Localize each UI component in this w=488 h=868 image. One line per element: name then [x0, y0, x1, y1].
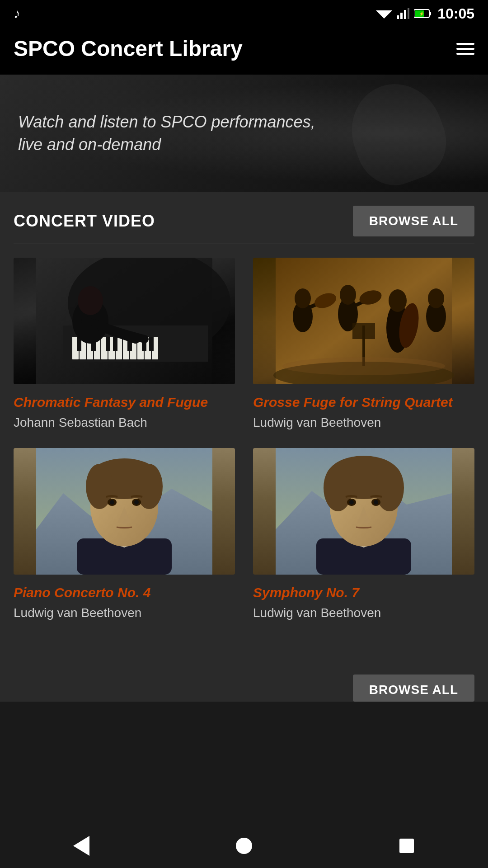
music-note-icon: ♪	[14, 6, 20, 21]
svg-point-50	[282, 357, 445, 375]
wifi-icon	[376, 8, 392, 19]
status-bar: ♪ ⚡ 10:05	[0, 0, 488, 27]
svg-rect-26	[106, 337, 110, 351]
svg-rect-49	[352, 323, 375, 339]
svg-text:⚡: ⚡	[419, 11, 425, 17]
recent-apps-icon	[399, 839, 414, 853]
section-header: CONCERT VIDEO BROWSE ALL	[14, 206, 474, 244]
video-card-piano-concerto[interactable]: Piano Concerto No. 4 Ludwig van Beethove…	[14, 448, 235, 620]
svg-point-76	[374, 500, 378, 505]
home-icon	[236, 838, 252, 854]
beethoven-thumbnail-2	[253, 448, 474, 575]
svg-point-62	[110, 500, 114, 505]
section-title: CONCERT VIDEO	[14, 212, 155, 231]
hamburger-line-1	[456, 43, 474, 45]
piano-thumbnail-bg	[14, 258, 235, 384]
battery-icon: ⚡	[414, 9, 432, 19]
svg-point-47	[428, 288, 444, 308]
thumbnail-symphony-7	[253, 448, 474, 575]
status-left: ♪	[14, 6, 20, 21]
app-title: SPCO Concert Library	[14, 36, 243, 61]
svg-point-32	[78, 286, 103, 315]
quartet-svg	[253, 258, 474, 384]
svg-rect-3	[404, 10, 406, 19]
svg-rect-6	[429, 12, 431, 15]
svg-rect-4	[408, 8, 409, 19]
video-composer-chromatic: Johann Sebastian Bach	[14, 415, 235, 430]
thumbnail-piano-concerto	[14, 448, 235, 575]
app-header: SPCO Concert Library	[0, 27, 488, 75]
video-grid: Chromatic Fantasy and Fugue Johann Sebas…	[14, 258, 474, 620]
hamburger-line-3	[456, 53, 474, 55]
video-title-chromatic: Chromatic Fantasy and Fugue	[14, 393, 235, 411]
beethoven-thumbnail-1	[14, 448, 235, 575]
status-time: 10:05	[437, 5, 474, 22]
svg-rect-27	[113, 337, 117, 351]
video-title-grosse: Grosse Fuge for String Quartet	[253, 393, 474, 411]
back-button[interactable]	[63, 828, 99, 864]
svg-point-40	[340, 285, 356, 305]
status-right: ⚡ 10:05	[376, 5, 474, 22]
video-title-symphony-7: Symphony No. 7	[253, 584, 474, 601]
thumbnail-chromatic-fantasy	[14, 258, 235, 384]
hero-tagline: Watch and listen to SPCO performances, l…	[18, 111, 334, 156]
beethoven-portrait-svg-1	[14, 448, 235, 575]
svg-rect-30	[149, 337, 154, 351]
svg-point-63	[134, 500, 139, 505]
concert-video-section: CONCERT VIDEO BROWSE ALL	[0, 192, 488, 647]
thumbnail-grosse-fuge	[253, 258, 474, 384]
beethoven-portrait-svg-2	[253, 448, 474, 575]
video-title-piano-concerto: Piano Concerto No. 4	[14, 584, 235, 601]
signal-icon	[397, 8, 409, 19]
svg-rect-1	[397, 15, 399, 19]
svg-marker-0	[376, 10, 392, 19]
svg-point-44	[389, 289, 407, 312]
video-card-symphony-7[interactable]: Symphony No. 7 Ludwig van Beethoven	[253, 448, 474, 620]
home-button[interactable]	[226, 828, 262, 864]
svg-point-36	[295, 288, 311, 308]
hero-banner: Watch and listen to SPCO performances, l…	[0, 75, 488, 192]
menu-button[interactable]	[456, 43, 474, 55]
video-card-grosse-fuge[interactable]: Grosse Fuge for String Quartet Ludwig va…	[253, 258, 474, 430]
hamburger-line-2	[456, 48, 474, 50]
pianist-svg	[14, 258, 235, 384]
svg-rect-2	[400, 13, 403, 19]
browse-all-button[interactable]: BROWSE ALL	[353, 206, 474, 236]
video-composer-piano-concerto: Ludwig van Beethoven	[14, 606, 235, 620]
quartet-thumbnail-bg	[253, 258, 474, 384]
video-composer-symphony-7: Ludwig van Beethoven	[253, 606, 474, 620]
back-icon	[73, 836, 89, 856]
recent-apps-button[interactable]	[389, 828, 425, 864]
browse-all-button-bottom[interactable]: BROWSE ALL	[353, 675, 474, 702]
svg-point-75	[349, 500, 354, 505]
status-icons: ⚡	[376, 8, 432, 19]
bottom-navigation	[0, 823, 488, 868]
video-card-chromatic-fantasy[interactable]: Chromatic Fantasy and Fugue Johann Sebas…	[14, 258, 235, 430]
video-composer-grosse: Ludwig van Beethoven	[253, 415, 474, 430]
